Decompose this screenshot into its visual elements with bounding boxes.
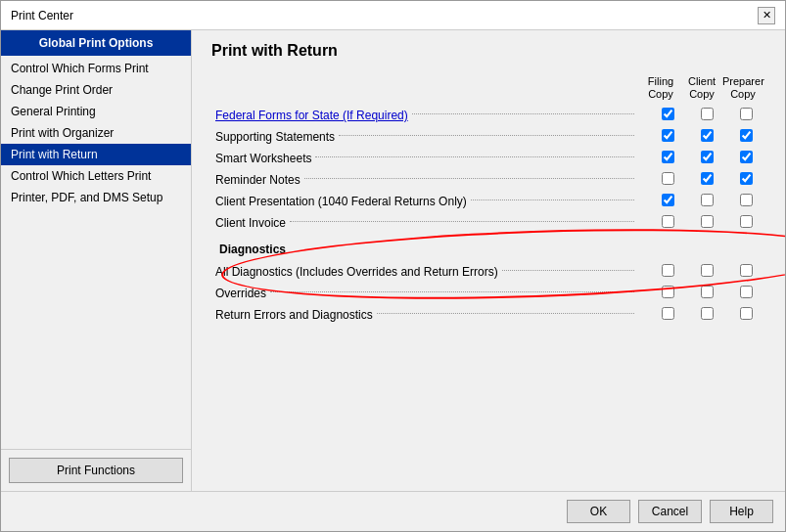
supporting-client-checkbox[interactable] (701, 129, 714, 142)
row-label-cell: Overrides (211, 283, 648, 304)
ok-button[interactable]: OK (567, 500, 630, 523)
federal-forms-preparer-checkbox[interactable] (740, 108, 753, 120)
sidebar-header: Global Print Options (1, 30, 191, 56)
client-presentation-label: Client Presentation (1040 Federal Return… (215, 195, 467, 208)
federal-forms-filing-checkbox[interactable] (662, 108, 674, 120)
return-errors-filing-checkbox[interactable] (662, 307, 674, 320)
all-diag-filing-checkbox[interactable] (662, 264, 674, 277)
title-bar: Print Center ✕ (1, 1, 785, 30)
all-diagnostics-label: All Diagnostics (Includes Overrides and … (215, 265, 498, 279)
invoice-preparer-checkbox[interactable] (740, 215, 753, 228)
table-row: Federal Forms for State (If Required) (211, 105, 765, 126)
table-row: Return Errors and Diagnostics (211, 304, 765, 326)
all-diag-preparer-checkbox[interactable] (740, 264, 753, 277)
client-invoice-label: Client Invoice (215, 216, 286, 230)
sidebar-item-print-with-return[interactable]: Print with Return (1, 144, 191, 165)
row-label-cell: Supporting Statements (211, 126, 648, 148)
dot-separator (304, 178, 634, 179)
smart-filing-checkbox[interactable] (662, 151, 674, 163)
table-row: Client Invoice (211, 212, 765, 234)
row-label-cell: Client Invoice (211, 212, 648, 234)
dot-separator (471, 200, 634, 200)
filing-copy-header: FilingCopy (640, 75, 681, 101)
row-label-cell: Reminder Notes (211, 169, 648, 191)
supporting-preparer-checkbox[interactable] (740, 129, 753, 142)
smart-client-checkbox[interactable] (701, 151, 714, 163)
client-pres-filing-checkbox[interactable] (662, 194, 674, 206)
overrides-client-checkbox[interactable] (701, 286, 714, 298)
dot-separator (412, 113, 634, 114)
overrides-label: Overrides (215, 287, 266, 300)
client-pres-client-checkbox[interactable] (701, 194, 714, 206)
table-row: Client Presentation (1040 Federal Return… (211, 191, 765, 212)
preparer-copy-check (726, 105, 765, 126)
table-row: Overrides (211, 283, 765, 304)
row-label-cell: Return Errors and Diagnostics (211, 304, 648, 326)
invoice-filing-checkbox[interactable] (662, 215, 674, 228)
client-copy-header: ClientCopy (681, 75, 722, 101)
reminder-filing-checkbox[interactable] (662, 172, 674, 185)
sidebar: Global Print Options Control Which Forms… (1, 30, 192, 491)
return-errors-client-checkbox[interactable] (701, 307, 714, 320)
cancel-button[interactable]: Cancel (638, 500, 702, 523)
dot-separator (270, 291, 634, 292)
client-copy-check (687, 105, 726, 126)
sidebar-item-control-letters[interactable]: Control Which Letters Print (1, 165, 191, 187)
diagnostics-section-label: Diagnostics (215, 237, 762, 258)
dot-separator (339, 135, 634, 136)
table-row: Smart Worksheets (211, 148, 765, 169)
table-row: Reminder Notes (211, 169, 765, 191)
main-content: Print with Return FilingCopy ClientCopy … (192, 30, 785, 491)
filing-copy-check (648, 105, 687, 126)
reminder-client-checkbox[interactable] (701, 172, 714, 185)
print-center-dialog: Print Center ✕ Global Print Options Cont… (0, 0, 786, 532)
options-table: Federal Forms for State (If Required) (211, 105, 765, 326)
all-diag-client-checkbox[interactable] (701, 264, 714, 277)
sidebar-item-print-with-organizer[interactable]: Print with Organizer (1, 122, 191, 144)
table-row: All Diagnostics (Includes Overrides and … (211, 261, 765, 283)
sidebar-item-control-forms[interactable]: Control Which Forms Print (1, 58, 191, 79)
row-label-cell: Client Presentation (1040 Federal Return… (211, 191, 648, 212)
help-button[interactable]: Help (710, 500, 773, 523)
table-row: Supporting Statements (211, 126, 765, 148)
federal-forms-link[interactable]: Federal Forms for State (If Required) (215, 109, 408, 122)
sidebar-item-general-printing[interactable]: General Printing (1, 101, 191, 122)
reminder-notes-label: Reminder Notes (215, 173, 301, 187)
print-functions-button[interactable]: Print Functions (9, 458, 183, 483)
diagnostics-section-row: Diagnostics (211, 234, 765, 261)
return-errors-label: Return Errors and Diagnostics (215, 308, 373, 322)
dot-separator (290, 221, 634, 222)
row-label-cell: All Diagnostics (Includes Overrides and … (211, 261, 648, 283)
sidebar-item-printer-pdf-dms[interactable]: Printer, PDF, and DMS Setup (1, 187, 191, 208)
dot-separator (502, 270, 634, 271)
dialog-footer: OK Cancel Help (1, 491, 785, 531)
smart-preparer-checkbox[interactable] (740, 151, 753, 163)
column-headers: FilingCopy ClientCopy PreparerCopy (211, 75, 765, 101)
sidebar-nav: Control Which Forms Print Change Print O… (1, 56, 191, 449)
sidebar-footer: Print Functions (1, 449, 191, 491)
federal-forms-client-checkbox[interactable] (701, 108, 714, 120)
dot-separator (377, 313, 634, 314)
return-errors-preparer-checkbox[interactable] (740, 307, 753, 320)
overrides-preparer-checkbox[interactable] (740, 286, 753, 298)
dot-separator (315, 156, 634, 157)
sidebar-item-change-print-order[interactable]: Change Print Order (1, 79, 191, 101)
client-pres-preparer-checkbox[interactable] (740, 194, 753, 206)
overrides-filing-checkbox[interactable] (662, 286, 674, 298)
row-label-cell: Federal Forms for State (If Required) (211, 105, 648, 126)
dialog-title: Print Center (11, 9, 73, 22)
preparer-copy-header: PreparerCopy (722, 75, 763, 101)
supporting-filing-checkbox[interactable] (662, 129, 674, 142)
close-button[interactable]: ✕ (758, 7, 775, 24)
dialog-body: Global Print Options Control Which Forms… (1, 30, 785, 491)
reminder-preparer-checkbox[interactable] (740, 172, 753, 185)
row-label-cell: Smart Worksheets (211, 148, 648, 169)
smart-worksheets-label: Smart Worksheets (215, 152, 311, 165)
invoice-client-checkbox[interactable] (701, 215, 714, 228)
supporting-statements-label: Supporting Statements (215, 130, 335, 144)
page-title: Print with Return (211, 42, 765, 60)
